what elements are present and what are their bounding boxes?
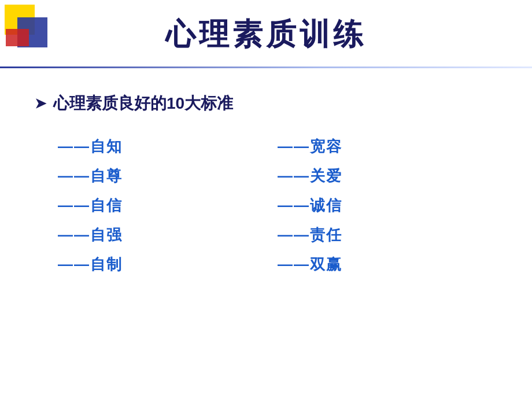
list-item: ——自尊 (58, 161, 278, 191)
qualities-list: ——自知 ——宽容 ——自尊 ——关爱 ——自信 ——诚信 ——自强 ——责任 … (58, 132, 497, 279)
list-item: ——自知 (58, 132, 278, 161)
title-area: 心理素质训练 (0, 14, 532, 55)
bullet-arrow-icon: ➤ (35, 95, 46, 112)
list-item: ——责任 (278, 220, 497, 250)
list-item: ——自信 (58, 191, 278, 220)
list-item: ——自制 (58, 250, 278, 279)
list-item: ——自强 (58, 220, 278, 250)
slide: 心理素质训练 ➤ 心理素质良好的10大标准 ——自知 ——宽容 ——自尊 ——关… (0, 0, 532, 399)
list-item: ——双赢 (278, 250, 497, 279)
list-item: ——诚信 (278, 191, 497, 220)
bullet-heading: ➤ 心理素质良好的10大标准 (35, 93, 497, 114)
list-item: ——关爱 (278, 161, 497, 191)
title-divider (0, 66, 532, 68)
list-item: ——宽容 (278, 132, 497, 161)
content-area: ➤ 心理素质良好的10大标准 ——自知 ——宽容 ——自尊 ——关爱 ——自信 … (35, 81, 497, 279)
slide-title: 心理素质训练 (165, 17, 367, 51)
bullet-heading-text: 心理素质良好的10大标准 (53, 93, 233, 114)
